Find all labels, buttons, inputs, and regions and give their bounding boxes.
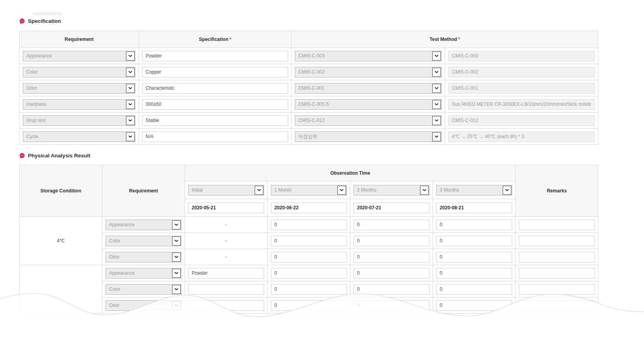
test-method-input[interactable] (448, 83, 595, 94)
remarks-input[interactable] (519, 236, 595, 246)
initial-result-input[interactable] (188, 268, 264, 279)
observation-select-2-months[interactable]: 2 Months (353, 185, 429, 196)
result-row: Odor (20, 297, 598, 314)
requirement-select[interactable]: Odor (23, 83, 135, 94)
initial-result-input[interactable] (188, 300, 264, 311)
specification-input[interactable] (142, 67, 288, 78)
observation-date-input[interactable] (353, 203, 429, 213)
requirement-select[interactable]: Color (105, 284, 181, 295)
physical-analysis-table: Storage Condition Requirement Observatio… (19, 165, 598, 314)
chevron-down-icon (126, 84, 135, 93)
requirement-select[interactable]: Appearance (105, 220, 181, 230)
initial-result-value: - (185, 233, 268, 249)
column-header-storage-condition: Storage Condition (20, 165, 102, 217)
requirement-select[interactable]: Hardness (23, 99, 135, 110)
section-title-text: Specification (28, 18, 61, 24)
column-header-remarks: Remarks (516, 165, 598, 217)
result-input-3-months[interactable] (436, 236, 512, 246)
requirement-select[interactable]: Color (105, 236, 181, 246)
requirement-select[interactable]: Color (23, 67, 135, 78)
observation-select-3-months[interactable]: 3 Months (436, 185, 512, 196)
test-method-select[interactable]: CMIS-C-003 (295, 51, 442, 61)
test-method-select[interactable]: CMIS-C-001 (295, 83, 442, 94)
result-row: Odor - (20, 249, 598, 265)
observation-select-1-month[interactable]: 1 Month (271, 185, 347, 196)
test-method-input[interactable] (448, 115, 595, 126)
test-method-input[interactable] (448, 51, 595, 61)
test-method-select[interactable]: 직접입력 (295, 131, 442, 142)
specification-table: Requirement Specification* Test Method* … (19, 31, 598, 145)
requirement-select[interactable]: Drop test (23, 115, 135, 126)
chevron-down-icon (172, 253, 181, 262)
stability-test-form-page: Specification Requirement Specification*… (0, 0, 644, 338)
result-input-1-month[interactable] (271, 220, 347, 230)
chevron-down-icon (420, 186, 429, 195)
result-input-2-months[interactable] (353, 236, 429, 246)
result-input-1-month[interactable] (271, 284, 347, 295)
specification-section-title: Specification (19, 18, 61, 24)
column-header-observation-time: Observation Time (185, 165, 516, 181)
specification-input[interactable] (142, 99, 288, 110)
spec-row-hardness: Hardness CMIS-C-005-5 (20, 96, 598, 113)
result-input-3-months[interactable] (436, 268, 512, 279)
chevron-down-icon (126, 52, 135, 61)
remarks-input[interactable] (519, 252, 595, 262)
result-input-2-months[interactable] (353, 268, 429, 279)
initial-result-value: - (185, 249, 268, 265)
result-input-3-months[interactable] (436, 300, 512, 311)
chevron-down-icon (255, 186, 263, 195)
test-method-input[interactable] (448, 99, 595, 110)
column-header-test-method: Test Method* (292, 31, 598, 48)
section-title-text: Physical Analysis Result (28, 153, 91, 159)
result-input-2-months[interactable] (353, 300, 429, 311)
spec-row-appearance: Appearance CMIS-C-003 (20, 48, 598, 64)
result-row: Appearance (20, 265, 598, 281)
column-header-specification: Specification* (139, 31, 292, 48)
physical-analysis-section-title: Physical Analysis Result (19, 153, 91, 159)
result-input-3-months[interactable] (436, 252, 512, 262)
chevron-down-icon (172, 269, 181, 278)
column-header-requirement: Requirement (20, 31, 139, 48)
observation-select-initial[interactable]: Initial (188, 185, 264, 196)
result-input-1-month[interactable] (271, 236, 347, 246)
specification-input[interactable] (142, 131, 288, 142)
result-input-1-month[interactable] (271, 252, 347, 262)
result-input-1-month[interactable] (271, 268, 347, 279)
test-method-select[interactable]: CMIS-C-012 (295, 115, 442, 126)
requirement-select[interactable]: Odor (105, 300, 181, 311)
observation-date-input[interactable] (188, 203, 264, 213)
specification-input[interactable] (142, 83, 288, 94)
remarks-input[interactable] (519, 220, 595, 230)
requirement-select[interactable]: Appearance (105, 268, 181, 279)
result-input-1-month[interactable] (271, 300, 347, 311)
result-input-3-months[interactable] (436, 220, 512, 230)
requirement-select[interactable]: Odor (105, 252, 181, 262)
remarks-input[interactable] (519, 284, 595, 295)
chevron-down-icon (172, 301, 181, 310)
result-input-2-months[interactable] (353, 284, 429, 295)
requirement-select[interactable]: Cycle (23, 131, 135, 142)
observation-date-input[interactable] (436, 203, 512, 213)
test-method-input[interactable] (448, 67, 595, 78)
chevron-down-icon (432, 68, 441, 77)
chevron-down-icon (172, 220, 181, 229)
specification-input[interactable] (142, 115, 288, 126)
chevron-down-icon (503, 186, 511, 195)
chevron-down-icon (126, 100, 135, 109)
initial-result-input[interactable] (188, 284, 264, 295)
requirement-select[interactable]: Appearance (23, 51, 135, 61)
speech-bubble-icon (19, 18, 25, 24)
speech-bubble-icon (19, 153, 25, 159)
remarks-input[interactable] (519, 300, 595, 311)
result-input-2-months[interactable] (353, 252, 429, 262)
test-method-select[interactable]: CMIS-C-002 (295, 67, 442, 78)
storage-condition-label: 4℃ (20, 217, 102, 265)
specification-input[interactable] (142, 51, 288, 61)
result-input-3-months[interactable] (436, 284, 512, 295)
test-method-input[interactable] (448, 131, 595, 142)
test-method-select[interactable]: CMIS-C-005-5 (295, 99, 442, 110)
observation-date-input[interactable] (271, 203, 347, 213)
initial-result-value: - (185, 217, 268, 233)
result-input-2-months[interactable] (353, 220, 429, 230)
remarks-input[interactable] (519, 268, 595, 279)
